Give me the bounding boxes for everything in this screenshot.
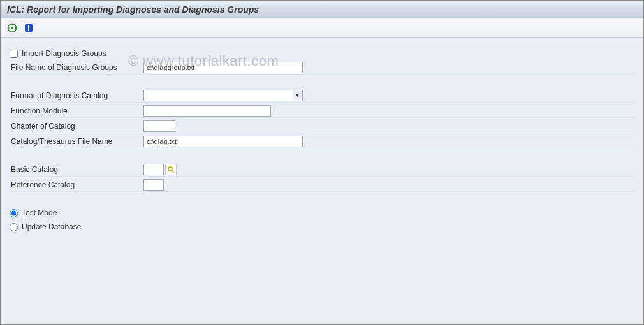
- function-module-row: Function Module: [10, 104, 634, 118]
- basic-catalog-label: Basic Catalog: [10, 165, 143, 174]
- svg-rect-7: [28, 25, 29, 27]
- format-catalog-input[interactable]: [143, 90, 303, 101]
- test-mode-label: Test Mode: [22, 208, 57, 217]
- chapter-catalog-row: Chapter of Catalog: [10, 119, 634, 133]
- function-module-input: [143, 105, 271, 117]
- execute-icon[interactable]: [6, 22, 18, 34]
- file-name-groups-label: File Name of Diagnosis Groups: [10, 63, 143, 72]
- info-icon[interactable]: [22, 22, 35, 34]
- update-db-label: Update Database: [22, 222, 81, 231]
- function-module-label: Function Module: [10, 106, 143, 115]
- catalog-file-name-row: Catalog/Thesaurus File Name: [10, 134, 634, 148]
- reference-catalog-input[interactable]: [143, 179, 164, 191]
- basic-catalog-input[interactable]: [143, 164, 164, 175]
- format-catalog-dropdown[interactable]: ▼: [143, 90, 303, 101]
- chapter-catalog-input[interactable]: [143, 120, 175, 132]
- reference-catalog-label: Reference Catalog: [10, 180, 143, 189]
- format-catalog-label: Format of Diagnosis Catalog: [10, 91, 143, 100]
- update-db-row: Update Database: [10, 220, 634, 234]
- catalog-file-name-label: Catalog/Thesaurus File Name: [10, 137, 143, 146]
- chapter-catalog-label: Chapter of Catalog: [10, 122, 143, 131]
- import-groups-row: Import Diagnosis Groups: [10, 47, 634, 61]
- file-name-groups-input[interactable]: [143, 62, 303, 73]
- file-name-groups-row: File Name of Diagnosis Groups: [10, 61, 634, 75]
- search-help-icon[interactable]: [165, 164, 177, 175]
- reference-catalog-row: Reference Catalog: [10, 178, 634, 192]
- test-mode-row: Test Mode: [10, 206, 634, 220]
- toolbar: [1, 18, 643, 38]
- import-groups-label: Import Diagnosis Groups: [22, 49, 106, 58]
- svg-line-10: [172, 170, 174, 172]
- svg-point-9: [168, 167, 172, 171]
- catalog-file-name-input[interactable]: [143, 136, 303, 147]
- test-mode-radio[interactable]: [10, 209, 18, 217]
- titlebar: ICL: Report for Importing Diagnoses and …: [1, 1, 643, 18]
- basic-catalog-row: Basic Catalog: [10, 162, 634, 177]
- chevron-down-icon[interactable]: ▼: [293, 91, 302, 100]
- svg-rect-8: [28, 27, 29, 31]
- update-db-radio[interactable]: [10, 223, 18, 231]
- page-title: ICL: Report for Importing Diagnoses and …: [7, 4, 259, 15]
- import-groups-checkbox[interactable]: [10, 50, 18, 58]
- svg-point-1: [11, 26, 13, 29]
- format-catalog-row: Format of Diagnosis Catalog ▼: [10, 89, 634, 103]
- content-area: © www.tutorialkart.com Import Diagnosis …: [1, 38, 643, 324]
